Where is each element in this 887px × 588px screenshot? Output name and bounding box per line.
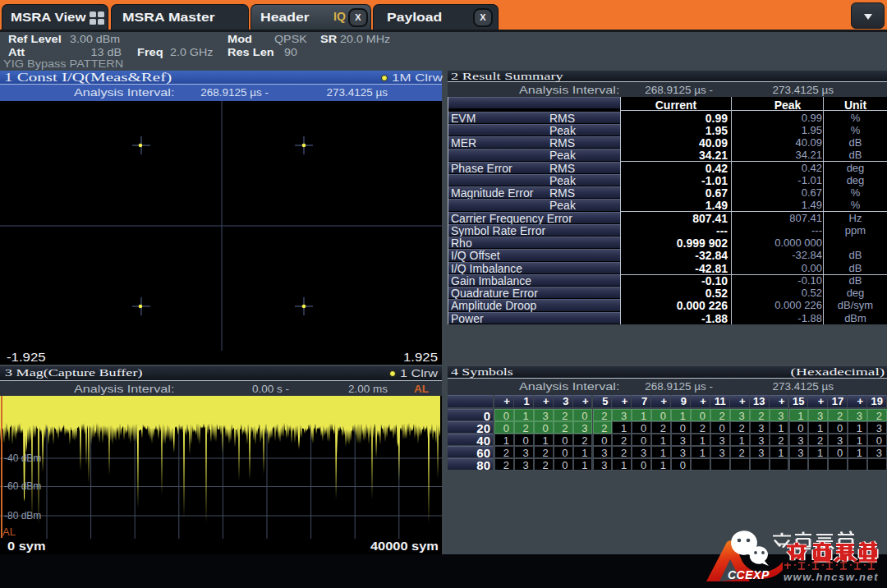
svg-text:-80 dBm: -80 dBm	[4, 510, 41, 521]
svg-text:AL: AL	[2, 526, 16, 538]
svg-text:www.hncsw.net: www.hncsw.net	[784, 571, 879, 583]
svg-text:CCEXP: CCEXP	[728, 568, 770, 581]
svg-text:-40 dBm: -40 dBm	[4, 452, 41, 464]
svg-text:-60 dBm: -60 dBm	[4, 480, 41, 492]
